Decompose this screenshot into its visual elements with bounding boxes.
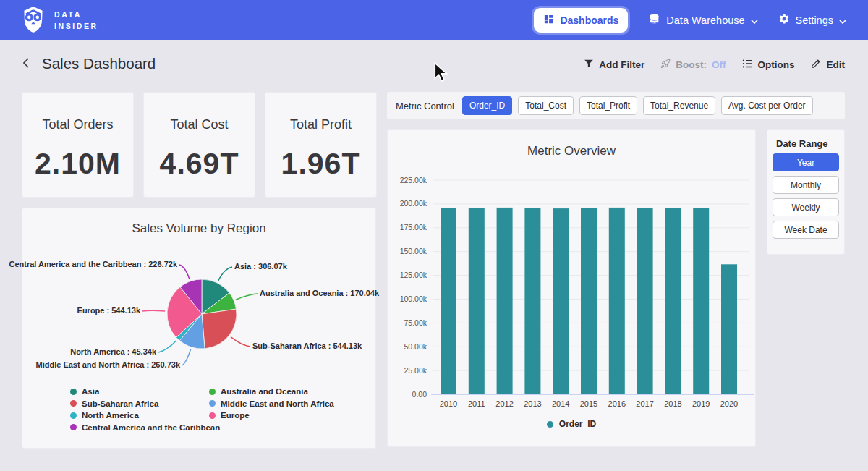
- x-axis-tick: 2015: [580, 399, 597, 408]
- legend-label: Sub-Saharan Africa: [82, 399, 158, 408]
- pie-leader-line: [231, 337, 250, 347]
- x-axis-tick: 2019: [692, 399, 710, 408]
- page-title: Sales Dashboard: [42, 55, 156, 72]
- bar-2010[interactable]: [441, 208, 456, 394]
- dashboard-grid-icon: [543, 14, 554, 27]
- options-button[interactable]: Options: [742, 59, 795, 71]
- pie-legend-middle-east-and-north-africa[interactable]: Middle East and North Africa: [209, 399, 334, 408]
- bar-2019[interactable]: [693, 208, 709, 394]
- brand-name: DATA INSIDER: [54, 9, 98, 33]
- nav-data-warehouse[interactable]: Data Warehouse: [648, 13, 757, 27]
- pie-legend-europe[interactable]: Europe: [209, 411, 334, 420]
- metric-overview-panel: Metric Overview 0.0025.00k50.00k75.00k10…: [387, 129, 756, 447]
- kpi-label: Total Orders: [22, 117, 133, 132]
- metric-option-total-cost[interactable]: Total_Cost: [518, 96, 574, 115]
- legend-dot: [70, 389, 77, 395]
- metric-option-total-profit[interactable]: Total_Profit: [579, 96, 637, 115]
- pie-legend-sub-saharan-africa[interactable]: Sub-Saharan Africa: [70, 399, 220, 408]
- chevron-down-icon: [839, 14, 846, 26]
- pie-legend-australia-and-oceania[interactable]: Australia and Oceania: [209, 387, 334, 396]
- boost-toggle[interactable]: Boost: Off: [660, 59, 726, 71]
- date-range-monthly[interactable]: Monthly: [773, 176, 839, 194]
- bar-2017[interactable]: [637, 208, 653, 394]
- legend-label: Australia and Oceania: [221, 387, 308, 396]
- bar-2016[interactable]: [609, 208, 625, 394]
- pencil-icon: [811, 58, 822, 71]
- navbar-menu: Dashboards Data Warehouse: [534, 0, 846, 40]
- kpi-value: 4.69T: [144, 147, 255, 181]
- pie-label-middle-east-and-north-africa: Middle East and North Africa : 260.73k: [36, 360, 180, 369]
- bar-2013[interactable]: [524, 208, 540, 394]
- pie-legend-asia[interactable]: Asia: [70, 387, 220, 396]
- date-range-label: Date Range: [776, 138, 844, 149]
- bar-2012[interactable]: [497, 208, 513, 394]
- pie-leader-line: [182, 349, 191, 365]
- metric-control-options: Order_IDTotal_CostTotal_ProfitTotal_Reve…: [462, 96, 813, 115]
- pie-label-australia-and-oceania: Australia and Oceania : 170.04k: [260, 289, 379, 297]
- kpi-label: Total Profit: [265, 117, 376, 132]
- nav-dashboards-button[interactable]: Dashboards: [534, 8, 628, 33]
- date-range-year[interactable]: Year: [773, 153, 839, 171]
- date-range-weekly[interactable]: Weekly: [773, 198, 839, 216]
- metric-option-avg-cost-per-order[interactable]: Avg. Cost per Order: [721, 96, 813, 115]
- owl-icon: [20, 6, 46, 36]
- boost-state: Off: [712, 59, 726, 70]
- date-range-panel: Date Range YearMonthlyWeeklyWeek Date: [767, 129, 845, 255]
- bar-legend-item[interactable]: Order_ID: [388, 419, 755, 429]
- y-axis-tick: 125.00k: [400, 271, 427, 279]
- pie-label-asia: Asia : 306.07k: [234, 262, 287, 271]
- legend-label: Europe: [221, 411, 250, 420]
- legend-dot: [547, 421, 553, 428]
- bar-2011[interactable]: [469, 208, 485, 394]
- y-axis-tick: 75.00k: [404, 318, 427, 327]
- legend-dot: [209, 389, 216, 395]
- legend-dot: [209, 400, 216, 407]
- pie-leader-line: [179, 265, 190, 279]
- pie-label-north-america: North America : 45.34k: [70, 347, 156, 356]
- database-icon: [648, 13, 660, 27]
- rocket-icon: [660, 59, 671, 71]
- kpi-total-cost: Total Cost 4.69T: [143, 92, 255, 198]
- metric-option-order-id[interactable]: Order_ID: [462, 96, 512, 115]
- pie-leader-line: [218, 267, 232, 281]
- pie-leader-line: [142, 310, 165, 311]
- sales-dashboard-page: DATA INSIDER Dashboards Data W: [0, 0, 868, 471]
- funnel-icon: [584, 59, 594, 71]
- pie-leader-line: [236, 294, 258, 300]
- x-axis-tick: 2013: [524, 399, 541, 408]
- pie-legend-central-america-and-the-caribbean[interactable]: Central America and the Caribbean: [70, 423, 220, 432]
- edit-button[interactable]: Edit: [811, 58, 846, 71]
- metric-control-bar: Metric Control Order_IDTotal_CostTotal_P…: [387, 92, 845, 119]
- brand-logo[interactable]: DATA INSIDER: [20, 6, 98, 36]
- metric-option-total-revenue[interactable]: Total_Revenue: [643, 96, 715, 115]
- x-axis-tick: 2010: [440, 399, 457, 408]
- nav-settings[interactable]: Settings: [778, 13, 846, 27]
- legend-dot: [70, 400, 77, 407]
- bar-2014[interactable]: [553, 208, 569, 394]
- x-axis-tick: 2012: [495, 399, 513, 408]
- date-range-week-date[interactable]: Week Date: [773, 221, 839, 239]
- pie-legend-north-america[interactable]: North America: [70, 411, 220, 420]
- pie-leader-line: [158, 341, 176, 352]
- pie-slice-sub-saharan-africa[interactable]: [202, 309, 237, 349]
- y-axis-tick: 225.00k: [400, 176, 427, 184]
- chevron-down-icon: [751, 14, 758, 26]
- bar-chart: 0.0025.00k50.00k75.00k100.00k125.00k150.…: [388, 130, 757, 448]
- pie-label-sub-saharan-africa: Sub-Saharan Africa : 544.13k: [252, 341, 362, 350]
- back-button[interactable]: [20, 57, 33, 70]
- bar-2018[interactable]: [665, 208, 681, 394]
- header-actions: Add Filter Boost: Off: [584, 58, 845, 71]
- y-axis-tick: 150.00k: [400, 247, 427, 255]
- x-axis-tick: 2014: [552, 399, 569, 408]
- bar-2020[interactable]: [721, 264, 737, 394]
- legend-label: Order_ID: [559, 419, 596, 429]
- legend-dot: [209, 412, 216, 419]
- y-axis-tick: 50.00k: [404, 342, 427, 351]
- legend-label: North America: [82, 411, 139, 420]
- add-filter-button[interactable]: Add Filter: [584, 59, 644, 71]
- x-axis-tick: 2018: [664, 399, 681, 408]
- bar-2015[interactable]: [581, 208, 597, 394]
- top-navbar: DATA INSIDER Dashboards Data W: [0, 0, 868, 40]
- kpi-value: 1.96T: [265, 147, 376, 181]
- y-axis-tick: 175.00k: [400, 223, 427, 232]
